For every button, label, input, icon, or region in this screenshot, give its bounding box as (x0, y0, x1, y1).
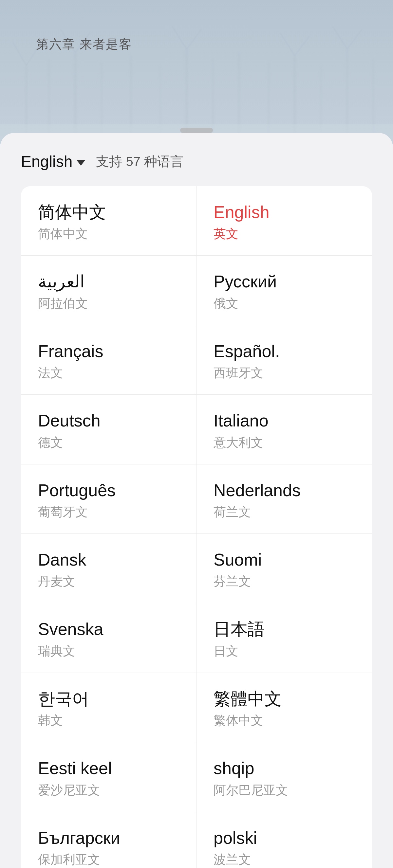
lang-name-0-1: English (214, 202, 355, 222)
lang-subtitle-1-0: 阿拉伯文 (38, 295, 179, 312)
language-grid-scroll[interactable]: 简体中文简体中文English英文العربية阿拉伯文Русский俄文Fra… (21, 186, 372, 868)
lang-subtitle-4-0: 葡萄牙文 (38, 504, 179, 520)
lang-name-9-1: polski (214, 828, 355, 848)
lang-subtitle-2-0: 法文 (38, 365, 179, 381)
lang-subtitle-0-0: 简体中文 (38, 225, 179, 242)
current-language-label: English (21, 153, 72, 170)
lang-row: 简体中文简体中文English英文 (21, 186, 372, 256)
lang-name-6-0: Svenska (38, 619, 179, 639)
lang-name-8-1: shqip (214, 758, 355, 778)
current-language-selector[interactable]: English (21, 153, 86, 170)
lang-cell-2-0[interactable]: Français法文 (21, 326, 196, 394)
lang-name-5-1: Suomi (214, 550, 355, 570)
lang-row: Svenska瑞典文日本語日文 (21, 603, 372, 673)
lang-subtitle-9-0: 保加利亚文 (38, 851, 179, 868)
lang-subtitle-3-0: 德文 (38, 434, 179, 451)
lang-cell-0-0[interactable]: 简体中文简体中文 (21, 186, 196, 255)
lang-name-9-0: Български (38, 828, 179, 848)
lang-name-1-0: العربية (38, 271, 179, 291)
language-grid-container: 简体中文简体中文English英文العربية阿拉伯文Русский俄文Fra… (21, 186, 372, 868)
chapter-title: 第六章 来者是客 (36, 36, 132, 53)
lang-row: 한국어韩文繁體中文繁体中文 (21, 673, 372, 742)
lang-cell-6-0[interactable]: Svenska瑞典文 (21, 603, 196, 672)
supported-count-label: 支持 57 种语言 (96, 153, 183, 170)
lang-subtitle-8-0: 爱沙尼亚文 (38, 782, 179, 799)
header-row: English 支持 57 种语言 (21, 153, 183, 170)
lang-subtitle-6-0: 瑞典文 (38, 643, 179, 659)
lang-name-3-1: Italiano (214, 410, 355, 431)
lang-name-7-1: 繁體中文 (214, 689, 355, 709)
lang-row: Deutsch德文Italiano意大利文 (21, 395, 372, 464)
chevron-down-icon (76, 160, 86, 165)
lang-cell-8-1[interactable]: shqip阿尔巴尼亚文 (196, 742, 372, 811)
lang-cell-7-0[interactable]: 한국어韩文 (21, 673, 196, 742)
lang-subtitle-5-0: 丹麦文 (38, 573, 179, 590)
lang-name-5-0: Dansk (38, 550, 179, 570)
lang-name-7-0: 한국어 (38, 689, 179, 709)
lang-name-6-1: 日本語 (214, 619, 355, 639)
lang-subtitle-4-1: 荷兰文 (214, 504, 355, 520)
lang-row: Français法文Español.西班牙文 (21, 326, 372, 395)
lang-subtitle-2-1: 西班牙文 (214, 365, 355, 381)
pull-handle-area[interactable] (0, 122, 393, 133)
lang-cell-9-0[interactable]: Български保加利亚文 (21, 812, 196, 868)
lang-cell-2-1[interactable]: Español.西班牙文 (196, 326, 372, 394)
lang-cell-5-0[interactable]: Dansk丹麦文 (21, 534, 196, 603)
lang-cell-9-1[interactable]: polski波兰文 (196, 812, 372, 868)
lang-cell-4-0[interactable]: Português葡萄牙文 (21, 464, 196, 533)
lang-subtitle-7-1: 繁体中文 (214, 712, 355, 729)
lang-cell-1-1[interactable]: Русский俄文 (196, 256, 372, 325)
lang-name-4-1: Nederlands (214, 480, 355, 500)
lang-name-2-0: Français (38, 341, 179, 361)
lang-cell-0-1[interactable]: English英文 (196, 186, 372, 255)
lang-cell-5-1[interactable]: Suomi芬兰文 (196, 534, 372, 603)
lang-row: Български保加利亚文polski波兰文 (21, 812, 372, 868)
lang-cell-4-1[interactable]: Nederlands荷兰文 (196, 464, 372, 533)
pull-handle[interactable] (180, 128, 213, 133)
lang-subtitle-5-1: 芬兰文 (214, 573, 355, 590)
lang-row: Português葡萄牙文Nederlands荷兰文 (21, 464, 372, 534)
lang-subtitle-0-1: 英文 (214, 225, 355, 242)
lang-name-1-1: Русский (214, 271, 355, 291)
lang-cell-7-1[interactable]: 繁體中文繁体中文 (196, 673, 372, 742)
lang-cell-6-1[interactable]: 日本語日文 (196, 603, 372, 672)
lang-subtitle-9-1: 波兰文 (214, 851, 355, 868)
lang-cell-3-1[interactable]: Italiano意大利文 (196, 395, 372, 464)
lang-subtitle-7-0: 韩文 (38, 712, 179, 729)
lang-name-4-0: Português (38, 480, 179, 500)
lang-name-2-1: Español. (214, 341, 355, 361)
lang-subtitle-8-1: 阿尔巴尼亚文 (214, 782, 355, 799)
lang-name-0-0: 简体中文 (38, 202, 179, 222)
lang-name-3-0: Deutsch (38, 410, 179, 431)
lang-subtitle-1-1: 俄文 (214, 295, 355, 312)
lang-subtitle-3-1: 意大利文 (214, 434, 355, 451)
lang-row: Eesti keel爱沙尼亚文shqip阿尔巴尼亚文 (21, 742, 372, 812)
lang-subtitle-6-1: 日文 (214, 643, 355, 659)
bottom-sheet: English 支持 57 种语言 简体中文简体中文English英文العرب… (0, 133, 393, 868)
lang-row: العربية阿拉伯文Русский俄文 (21, 256, 372, 325)
lang-name-8-0: Eesti keel (38, 758, 179, 778)
lang-cell-8-0[interactable]: Eesti keel爱沙尼亚文 (21, 742, 196, 811)
lang-cell-3-0[interactable]: Deutsch德文 (21, 395, 196, 464)
bottom-sheet-wrapper: English 支持 57 种语言 简体中文简体中文English英文العرب… (0, 122, 393, 868)
lang-row: Dansk丹麦文Suomi芬兰文 (21, 534, 372, 603)
lang-cell-1-0[interactable]: العربية阿拉伯文 (21, 256, 196, 325)
